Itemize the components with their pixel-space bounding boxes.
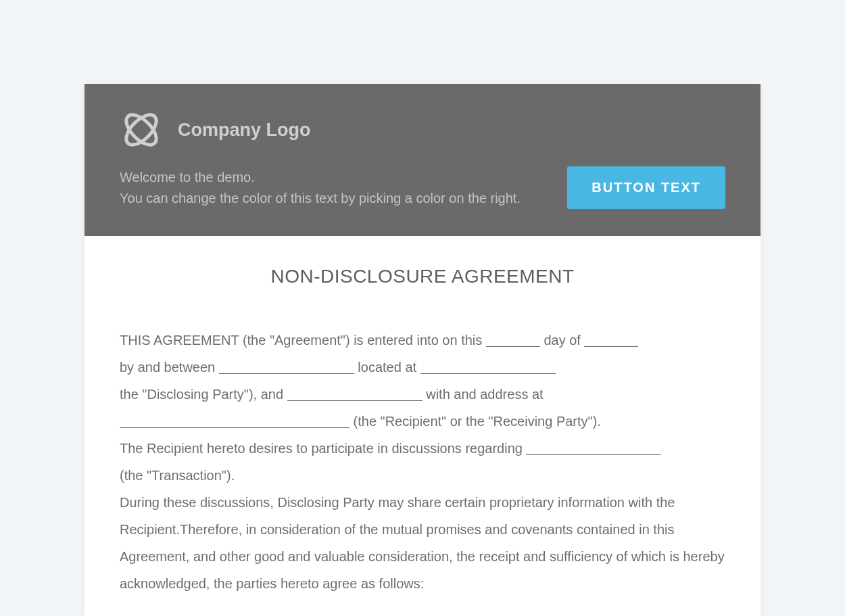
para-2-a: by and between	[120, 360, 219, 375]
document-text: THIS AGREEMENT (the "Agreement") is ente…	[120, 327, 725, 597]
blank-transaction[interactable]	[526, 442, 661, 455]
company-logo-text: Company Logo	[178, 120, 311, 141]
para-3-a: the "Disclosing Party"), and	[120, 387, 287, 402]
blank-party2-name[interactable]	[287, 387, 422, 401]
logo-row: Company Logo	[120, 108, 725, 151]
company-logo-icon	[120, 108, 163, 151]
welcome-text: Welcome to the demo. You can change the …	[120, 167, 521, 209]
blank-day[interactable]	[486, 333, 540, 347]
para-2-b: located at	[354, 360, 420, 375]
header-banner: Company Logo Welcome to the demo. You ca…	[84, 84, 760, 236]
header-content-row: Welcome to the demo. You can change the …	[120, 166, 725, 209]
document-page: Company Logo Welcome to the demo. You ca…	[84, 84, 760, 616]
blank-party2-address[interactable]	[120, 414, 349, 428]
document-body: NON-DISCLOSURE AGREEMENT THIS AGREEMENT …	[84, 236, 760, 616]
blank-month[interactable]	[584, 333, 638, 347]
welcome-line-1: Welcome to the demo.	[120, 167, 521, 188]
blank-party1-location[interactable]	[420, 360, 556, 374]
header-action-button[interactable]: BUTTON TEXT	[567, 166, 725, 209]
para-3-b: with and address at	[422, 387, 544, 402]
para-1-b: day of	[540, 333, 585, 348]
welcome-line-2: You can change the color of this text by…	[120, 188, 521, 209]
blank-party1-name[interactable]	[219, 360, 354, 374]
para-1-a: THIS AGREEMENT (the "Agreement") is ente…	[120, 333, 486, 348]
para-5-a: The Recipient hereto desires to particip…	[120, 441, 526, 456]
para-6: (the "Transaction").	[120, 468, 235, 483]
document-title: NON-DISCLOSURE AGREEMENT	[120, 266, 725, 287]
para-4-b: (the "Recipient" or the "Receiving Party…	[349, 414, 601, 429]
para-7: During these discussions, Disclosing Par…	[120, 495, 725, 591]
